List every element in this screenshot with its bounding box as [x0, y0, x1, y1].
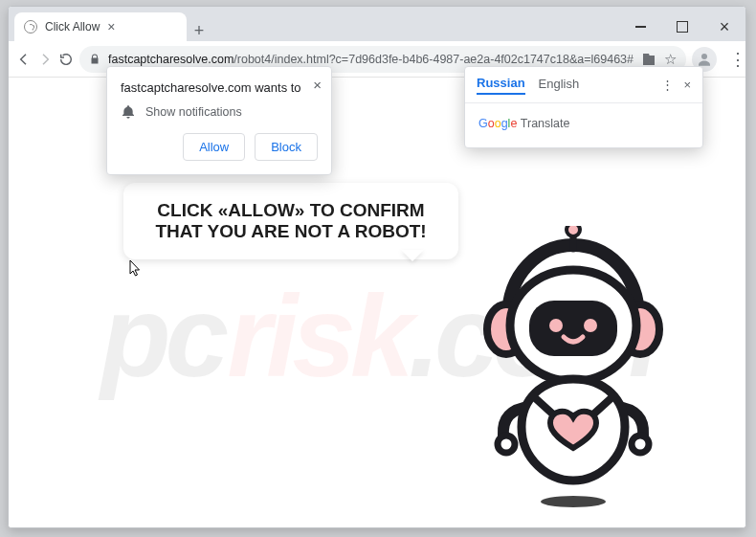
- tab-title: Click Allow: [45, 20, 100, 34]
- robot-image: [468, 226, 678, 513]
- lock-icon: [89, 53, 100, 65]
- kebab-menu-icon[interactable]: ⋮: [726, 48, 746, 71]
- translate-icon[interactable]: [641, 52, 656, 67]
- globe-icon: [24, 20, 37, 34]
- svg-point-1: [541, 496, 606, 507]
- window-controls: ×: [619, 12, 745, 41]
- allow-button[interactable]: Allow: [183, 133, 245, 161]
- bell-icon: [121, 104, 136, 120]
- reload-button[interactable]: [58, 48, 74, 71]
- google-translate-label: Google Translate: [478, 117, 569, 130]
- close-icon[interactable]: ×: [683, 78, 691, 92]
- notification-origin: fastcaptcharesolve.com wants to: [121, 80, 318, 95]
- speech-text: CLICK «ALLOW» TO CONFIRM THAT YOU ARE NO…: [155, 200, 426, 241]
- svg-point-11: [632, 436, 649, 453]
- close-icon[interactable]: ×: [313, 77, 322, 93]
- minimize-button[interactable]: [619, 12, 661, 41]
- svg-point-3: [567, 226, 580, 236]
- titlebar: Click Allow × + ×: [9, 7, 745, 41]
- mouse-cursor-icon: [129, 259, 143, 279]
- svg-point-10: [498, 436, 515, 453]
- svg-point-9: [584, 319, 597, 332]
- kebab-menu-icon[interactable]: ⋮: [661, 78, 674, 92]
- translate-tab-russian[interactable]: Russian: [477, 76, 525, 95]
- bookmark-star-icon[interactable]: ☆: [664, 51, 677, 68]
- svg-point-8: [549, 319, 563, 332]
- speech-bubble: CLICK «ALLOW» TO CONFIRM THAT YOU ARE NO…: [123, 183, 458, 259]
- block-button[interactable]: Block: [255, 133, 318, 161]
- url-text: fastcaptcharesolve.com/robot4/index.html…: [108, 53, 634, 66]
- svg-rect-7: [529, 301, 617, 356]
- tab-close-icon[interactable]: ×: [107, 19, 115, 34]
- back-button[interactable]: [16, 48, 32, 71]
- browser-window: Click Allow × + × fastcaptcharesolve.com…: [8, 6, 746, 528]
- translate-popup: Russian English ⋮ × Google Translate: [464, 66, 703, 148]
- translate-tab-english[interactable]: English: [539, 77, 580, 94]
- notification-permission-popup: × fastcaptcharesolve.com wants to Show n…: [106, 66, 332, 175]
- notification-permission-label: Show notifications: [145, 105, 242, 119]
- svg-point-0: [701, 54, 707, 59]
- forward-button[interactable]: [37, 48, 53, 71]
- close-window-button[interactable]: ×: [703, 12, 745, 41]
- new-tab-button[interactable]: +: [187, 21, 211, 41]
- maximize-button[interactable]: [661, 12, 703, 41]
- browser-tab[interactable]: Click Allow ×: [14, 12, 187, 41]
